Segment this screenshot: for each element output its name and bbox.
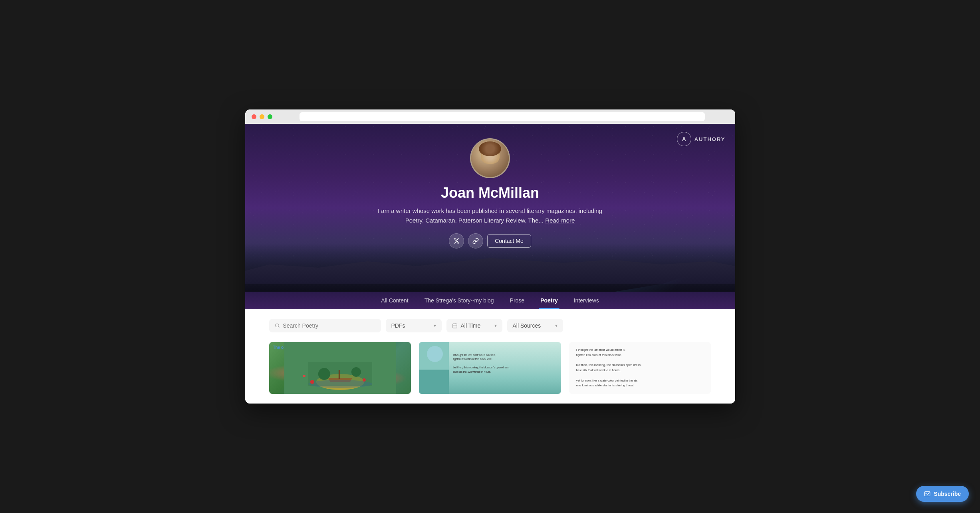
time-dropdown-arrow: ▾ (494, 323, 497, 328)
hero-section: A AUTHORY Joan McMillan I am a writer wh… (245, 124, 735, 292)
search-icon (275, 323, 280, 328)
url-bar[interactable] (300, 112, 705, 121)
svg-point-12 (308, 380, 372, 388)
link-button[interactable] (468, 233, 483, 249)
card-3-text: I thought the last frost would arrest it… (576, 348, 704, 388)
svg-point-0 (275, 324, 279, 327)
card-1-artwork (269, 342, 411, 394)
svg-rect-20 (925, 492, 930, 496)
authory-logo-text: AUTHORY (694, 136, 726, 142)
card-1[interactable]: The cover... (269, 342, 411, 394)
avatar (470, 138, 510, 178)
maximize-dot[interactable] (268, 114, 272, 119)
card-2-image: Night Cove I thought the last frost woul… (419, 342, 561, 394)
authory-logo: A AUTHORY (677, 132, 726, 146)
time-dropdown[interactable]: All Time ▾ (446, 319, 502, 332)
email-icon (924, 491, 930, 497)
browser-chrome (245, 109, 735, 124)
svg-point-9 (351, 367, 361, 377)
card-3-image: I thought the last frost would arrest it… (569, 342, 711, 394)
svg-point-13 (310, 380, 314, 384)
filters-row: PDFs ▾ All Time ▾ All Sources ▾ (269, 319, 711, 332)
content-area: PDFs ▾ All Time ▾ All Sources ▾ (245, 309, 735, 404)
author-bio: I am a writer whose work has been publis… (370, 206, 610, 225)
subscribe-button[interactable]: Subscribe (916, 486, 969, 502)
authory-logo-circle: A (677, 132, 691, 146)
twitter-button[interactable] (449, 233, 464, 249)
svg-point-15 (303, 375, 305, 377)
svg-point-14 (362, 378, 365, 382)
link-icon (472, 238, 479, 244)
search-input[interactable] (283, 322, 375, 329)
twitter-icon (453, 238, 460, 244)
minimize-dot[interactable] (260, 114, 264, 119)
browser-window: A AUTHORY Joan McMillan I am a writer wh… (245, 109, 735, 404)
svg-rect-11 (338, 370, 339, 379)
sources-dropdown-arrow: ▾ (555, 323, 557, 328)
close-dot[interactable] (252, 114, 256, 119)
tab-poetry[interactable]: Poetry (539, 292, 559, 309)
cards-grid: The cover... (269, 342, 711, 394)
search-box (269, 319, 381, 332)
calendar-icon (452, 323, 458, 328)
nav-tabs: All Content The Strega's Story--my blog … (245, 292, 735, 309)
card-1-image: The cover... (269, 342, 411, 394)
tab-blog[interactable]: The Strega's Story--my blog (423, 292, 496, 309)
night-cove-thumbnail (419, 342, 449, 394)
tab-interviews[interactable]: Interviews (572, 292, 601, 309)
pdfs-dropdown[interactable]: PDFs ▾ (386, 319, 442, 332)
read-more-link[interactable]: Read more (545, 217, 575, 224)
svg-rect-17 (419, 370, 449, 394)
pdfs-dropdown-arrow: ▾ (434, 323, 436, 328)
tab-all-content[interactable]: All Content (379, 292, 410, 309)
contact-button[interactable]: Contact Me (487, 234, 531, 248)
card-2[interactable]: Night Cove I thought the last frost woul… (419, 342, 561, 394)
hero-content: Joan McMillan I am a writer whose work h… (370, 124, 610, 272)
sources-dropdown[interactable]: All Sources ▾ (507, 319, 563, 332)
svg-rect-1 (452, 324, 457, 328)
author-name: Joan McMillan (441, 185, 539, 201)
avatar-image (471, 139, 509, 177)
social-row: Contact Me (449, 233, 531, 249)
svg-point-18 (427, 346, 443, 362)
card-3[interactable]: I thought the last frost would arrest it… (569, 342, 711, 394)
tab-prose[interactable]: Prose (508, 292, 526, 309)
